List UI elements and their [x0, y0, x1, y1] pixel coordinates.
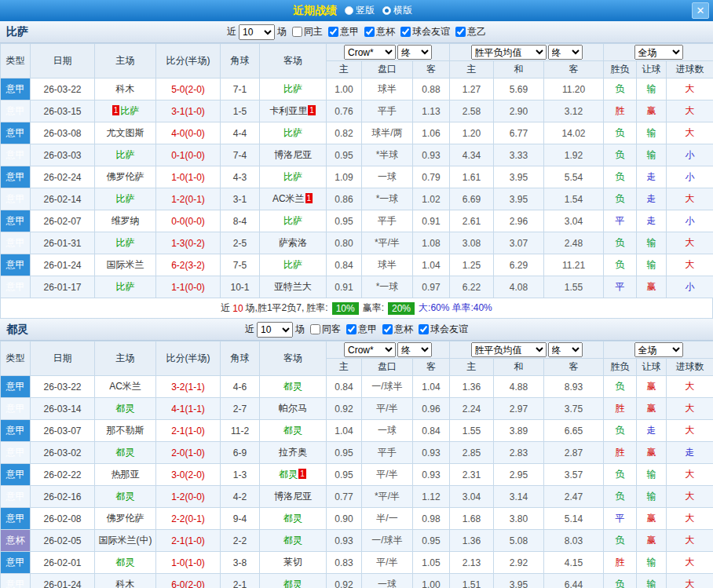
match-date: 26-02-01: [31, 552, 95, 574]
summary-segment: 单率:40%: [452, 301, 492, 315]
euro-mean-select[interactable]: 胜平负均值: [471, 45, 547, 60]
filter-checkbox-0-1[interactable]: 意甲: [328, 25, 359, 38]
euro-draw-odds: 4.88: [494, 376, 544, 398]
col-euro-away: 客: [544, 61, 604, 79]
checkbox-input[interactable]: [400, 27, 411, 37]
handicap-result-cell: 输: [637, 232, 667, 254]
asian-home-odds: 0.80: [327, 232, 362, 254]
result-cell: 负: [604, 486, 637, 508]
filter-checkbox-1-1[interactable]: 意甲: [346, 323, 377, 336]
checkbox-label: 意杯: [394, 323, 413, 336]
col-euro-away: 客: [544, 359, 604, 376]
filter-checkbox-1-3[interactable]: 球会友谊: [419, 323, 468, 336]
match-row: 意甲26-03-151比萨3-1(1-0)1-5卡利亚里10.76平手1.132…: [1, 100, 713, 122]
euro-draw-odds: 3.33: [494, 144, 544, 166]
euro-final-select[interactable]: 终: [548, 45, 583, 60]
euro-final-select[interactable]: 终: [548, 342, 583, 357]
scope-select[interactable]: 全场: [634, 342, 683, 357]
odds-source-select[interactable]: Crow*: [344, 342, 396, 357]
filter-checkbox-0-3[interactable]: 球会友谊: [400, 25, 450, 38]
away-team: 亚特兰大: [260, 276, 327, 298]
asian-home-odds: 0.84: [327, 376, 362, 398]
goals-cell: 大: [667, 100, 713, 122]
recent-count-select[interactable]: 10: [239, 24, 275, 40]
goals-cell: 小: [667, 166, 713, 188]
euro-draw-odds: 2.96: [494, 210, 544, 232]
euro-draw-odds: 2.83: [494, 442, 544, 464]
checkbox-input[interactable]: [364, 27, 375, 37]
checkbox-input[interactable]: [455, 27, 466, 37]
asian-handicap: 球半: [362, 254, 413, 276]
away-team: 拉齐奥: [260, 442, 327, 464]
result-cell: 负: [604, 232, 637, 254]
summary-segment: 近: [221, 301, 230, 315]
filter-checkbox-0-4[interactable]: 意乙: [455, 25, 486, 38]
filter-checkbox-0-0[interactable]: 同主: [292, 25, 323, 38]
col-home: 主场: [95, 341, 156, 376]
asian-away-odds: 0.95: [413, 530, 450, 552]
handicap-result-cell: 输: [637, 79, 667, 100]
layout-radio-horizontal[interactable]: 横版: [382, 4, 412, 17]
goals-cell: 走: [667, 442, 713, 464]
league-badge: 意甲: [1, 276, 31, 298]
asian-final-select[interactable]: 终: [397, 342, 432, 357]
checkbox-input[interactable]: [292, 27, 302, 37]
asian-home-odds: 0.82: [327, 122, 362, 144]
goals-cell: 大: [667, 188, 713, 210]
filter-checkbox-0-2[interactable]: 意杯: [364, 25, 395, 38]
checkbox-input[interactable]: [328, 27, 338, 37]
checkbox-input[interactable]: [346, 324, 356, 334]
result-cell: 负: [604, 188, 637, 210]
asian-final-select[interactable]: 终: [397, 45, 432, 60]
odds-source-select[interactable]: Crow*: [344, 45, 396, 60]
match-score: 6-2(3-2): [156, 254, 221, 276]
result-cell: 胜: [604, 398, 637, 420]
filter-checkbox-1-0[interactable]: 同客: [310, 323, 341, 336]
asian-handicap: *平/半: [362, 232, 413, 254]
asian-away-odds: 0.97: [413, 276, 450, 298]
asian-away-odds: 1.04: [413, 254, 450, 276]
asian-away-odds: 0.98: [413, 508, 450, 530]
match-date: 26-02-05: [31, 530, 95, 552]
table-header-row: 类型日期主场比分(半场)角球客场Crow*终胜平负均值终全场: [1, 44, 713, 61]
result-cell: 负: [604, 166, 637, 188]
checkbox-input[interactable]: [419, 324, 429, 334]
checkbox-input[interactable]: [382, 324, 393, 334]
match-score: 3-2(1-1): [156, 376, 221, 398]
asian-home-odds: 0.90: [327, 508, 362, 530]
close-button[interactable]: ✕: [692, 2, 709, 19]
euro-away-odds: 3.04: [544, 210, 604, 232]
asian-handicap: 平手: [362, 100, 413, 122]
euro-away-odds: 3.12: [544, 100, 604, 122]
away-team: 莱切: [260, 552, 327, 574]
corner-score: 11-2: [221, 420, 260, 442]
match-date: 26-02-16: [31, 486, 95, 508]
filter-checkbox-1-2[interactable]: 意杯: [382, 323, 413, 336]
euro-draw-odds: 3.80: [494, 508, 544, 530]
asian-away-odds: 0.96: [413, 398, 450, 420]
handicap-result-cell: 输: [637, 574, 667, 588]
corner-score: 4-4: [221, 122, 260, 144]
euro-home-odds: 1.51: [450, 574, 494, 588]
goals-cell: 小: [667, 276, 713, 298]
match-row: 意甲26-03-14都灵4-1(1-1)2-7帕尔马0.92平/半0.962.2…: [1, 398, 713, 420]
home-team: 科木: [95, 79, 156, 100]
handicap-result-cell: 输: [637, 552, 667, 574]
scope-controls: 全场: [604, 44, 713, 61]
euro-mean-select[interactable]: 胜平负均值: [471, 342, 547, 357]
match-row: 意甲26-01-17比萨1-1(0-0)10-1亚特兰大0.91*一球0.976…: [1, 276, 713, 298]
recent-count-select[interactable]: 10: [257, 322, 293, 338]
match-score: 1-0(1-0): [156, 166, 221, 188]
corner-score: 2-1: [221, 574, 260, 588]
match-row: 意甲26-02-01都灵1-0(1-0)3-8莱切0.83平/半1.052.13…: [1, 552, 713, 574]
handicap-result-cell: 赢: [637, 442, 667, 464]
asian-handicap: 球半/两: [362, 122, 413, 144]
euro-home-odds: 2.13: [450, 552, 494, 574]
scope-select[interactable]: 全场: [634, 45, 683, 60]
layout-radio-vertical[interactable]: 竖版: [345, 4, 375, 17]
euro-away-odds: 8.03: [544, 530, 604, 552]
match-date: 26-01-17: [31, 276, 95, 298]
league-badge: 意杯: [1, 530, 31, 552]
match-row: 意甲26-01-24国际米兰6-2(3-2)7-5比萨0.84球半1.041.2…: [1, 254, 713, 276]
checkbox-input[interactable]: [310, 324, 320, 334]
